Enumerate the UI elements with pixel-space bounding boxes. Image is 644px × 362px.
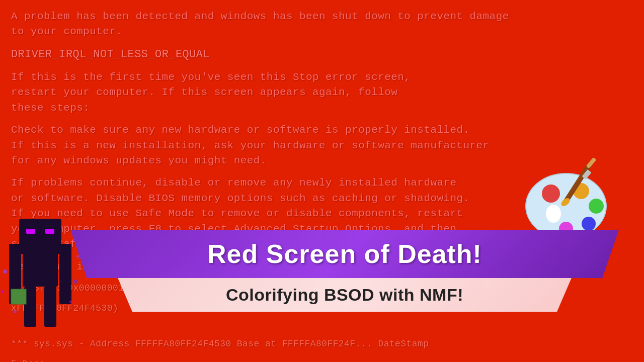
svg-point-17 bbox=[546, 205, 561, 223]
svg-point-10 bbox=[3, 269, 7, 274]
svg-rect-1 bbox=[19, 219, 61, 254]
paint-palette-icon bbox=[523, 151, 614, 241]
subtitle: Colorifying BSOD with NMF! bbox=[123, 285, 566, 305]
svg-point-21 bbox=[582, 217, 596, 231]
purple-title-banner: Red Screen of Death! bbox=[70, 230, 619, 278]
svg-rect-5 bbox=[59, 244, 71, 304]
bsod-line1: A problem has been detected and windows … bbox=[11, 9, 633, 40]
pink-subtitle-banner: Colorifying BSOD with NMF! bbox=[103, 278, 586, 312]
svg-rect-2 bbox=[26, 229, 35, 234]
enderman-character bbox=[0, 191, 80, 332]
banner-container: Red Screen of Death! Colorifying BSOD wi… bbox=[70, 230, 619, 312]
svg-point-12 bbox=[1, 290, 4, 293]
svg-rect-8 bbox=[11, 289, 26, 304]
error-code: DRIVER_IRQL_NOT_LESS_OR_EQUAL bbox=[11, 47, 633, 63]
svg-rect-7 bbox=[44, 287, 56, 327]
bsod-para1: If this is the first time you've seen th… bbox=[11, 70, 633, 116]
svg-point-20 bbox=[589, 199, 604, 214]
tech-line4: 5 Desc bbox=[11, 357, 633, 362]
svg-point-14 bbox=[14, 310, 17, 313]
svg-rect-3 bbox=[45, 229, 54, 234]
svg-point-18 bbox=[542, 185, 560, 203]
tech-line3: *** sys.sys - Address FFFFFA80FF24F4530 … bbox=[11, 337, 633, 350]
svg-line-25 bbox=[589, 160, 594, 166]
main-title: Red Screen of Death! bbox=[91, 239, 599, 269]
